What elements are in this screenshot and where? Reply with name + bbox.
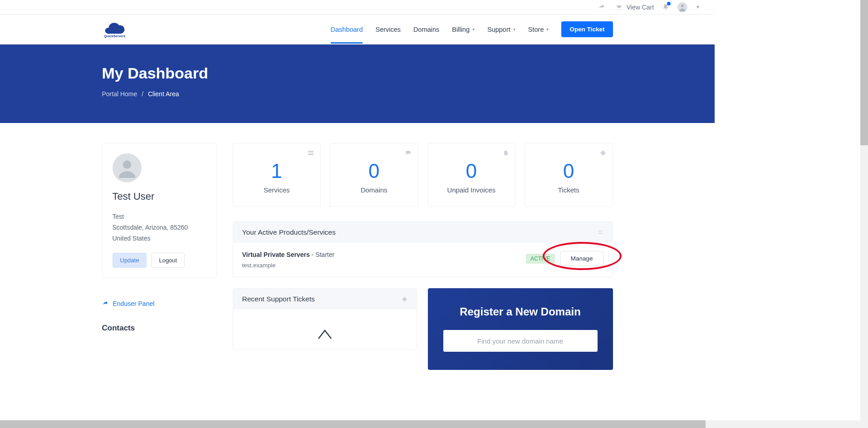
vertical-scrollbar-thumb[interactable] bbox=[860, 0, 868, 145]
svg-point-2 bbox=[681, 5, 684, 7]
svg-point-1 bbox=[620, 9, 621, 10]
stat-domains[interactable]: 0 Domains bbox=[330, 143, 418, 207]
svg-rect-5 bbox=[308, 153, 314, 155]
service-category: Virtual Private Servers bbox=[242, 251, 310, 258]
user-avatar bbox=[113, 153, 142, 182]
svg-point-0 bbox=[617, 9, 618, 10]
status-badge: ACTIVE bbox=[526, 254, 554, 264]
service-plan-sep: - bbox=[310, 251, 315, 258]
breadcrumb-home[interactable]: Portal Home bbox=[102, 90, 137, 98]
domain-search-input[interactable] bbox=[451, 337, 589, 345]
cart-icon bbox=[614, 4, 623, 11]
account-avatar-small[interactable] bbox=[677, 2, 687, 12]
breadcrumb-current: Client Area bbox=[148, 90, 179, 98]
notifications-button[interactable] bbox=[662, 3, 669, 11]
open-ticket-button[interactable]: Open Ticket bbox=[561, 21, 613, 37]
stat-invoices[interactable]: 0 Unpaid Invoices bbox=[427, 143, 516, 207]
vertical-scrollbar[interactable] bbox=[860, 0, 868, 370]
nav-services[interactable]: Services bbox=[375, 26, 401, 33]
enduser-panel-link[interactable]: Enduser Panel bbox=[102, 300, 216, 307]
contacts-heading: Contacts bbox=[102, 324, 216, 333]
chevron-down-icon: ▾ bbox=[546, 27, 549, 32]
register-domain-card: Register a New Domain bbox=[428, 288, 613, 370]
panel-menu-icon[interactable] bbox=[597, 230, 603, 235]
active-products-panel: Your Active Products/Services Virtual Pr… bbox=[233, 221, 613, 277]
chevron-down-icon: ▾ bbox=[513, 27, 515, 32]
logout-button[interactable]: Logout bbox=[151, 253, 185, 268]
empty-icon bbox=[316, 328, 334, 341]
svg-rect-4 bbox=[308, 151, 314, 153]
share-icon bbox=[102, 300, 108, 307]
notification-dot bbox=[667, 2, 671, 5]
breadcrumb-sep: / bbox=[142, 90, 143, 98]
user-company: Test bbox=[113, 212, 206, 222]
svg-rect-6 bbox=[598, 231, 603, 231]
recent-tickets-title: Recent Support Tickets bbox=[242, 295, 315, 303]
page-title: My Dashboard bbox=[102, 64, 613, 82]
register-domain-title: Register a New Domain bbox=[443, 305, 598, 318]
user-location: Scottsdale, Arizona, 85260 bbox=[113, 222, 206, 233]
svg-point-3 bbox=[123, 161, 131, 169]
file-icon bbox=[503, 150, 509, 156]
stat-tickets[interactable]: 0 Tickets bbox=[525, 143, 613, 207]
stat-services[interactable]: 1 Services bbox=[233, 143, 321, 207]
nav-support[interactable]: Support▾ bbox=[487, 26, 515, 33]
tag-icon[interactable] bbox=[402, 296, 407, 302]
logo-text: QuickServers bbox=[104, 34, 125, 38]
service-domain: test.example bbox=[242, 262, 335, 269]
chevron-down-icon: ▾ bbox=[472, 27, 475, 32]
stat-domains-count: 0 bbox=[368, 160, 379, 182]
user-name: Test User bbox=[113, 191, 206, 202]
tag-icon bbox=[600, 150, 606, 156]
recent-tickets-panel: Recent Support Tickets bbox=[233, 288, 417, 350]
stat-services-count: 1 bbox=[271, 160, 282, 182]
view-cart-link[interactable]: View Cart bbox=[614, 4, 654, 11]
active-products-title: Your Active Products/Services bbox=[242, 228, 336, 236]
svg-rect-7 bbox=[598, 233, 603, 234]
server-icon bbox=[308, 150, 314, 156]
nav-domains[interactable]: Domains bbox=[413, 26, 439, 33]
nav-dashboard[interactable]: Dashboard bbox=[331, 26, 363, 33]
stat-invoices-count: 0 bbox=[466, 160, 477, 182]
stat-invoices-label: Unpaid Invoices bbox=[447, 186, 495, 194]
tag-icon bbox=[405, 150, 412, 156]
stat-domains-label: Domains bbox=[361, 186, 387, 194]
view-cart-text: View Cart bbox=[627, 4, 654, 11]
account-dropdown-caret[interactable]: ▼ bbox=[696, 5, 700, 10]
stat-services-label: Services bbox=[264, 186, 290, 194]
share-icon[interactable] bbox=[598, 4, 606, 11]
service-plan: Starter bbox=[315, 251, 334, 258]
stat-tickets-count: 0 bbox=[563, 160, 574, 182]
user-card: Test User Test Scottsdale, Arizona, 8526… bbox=[102, 143, 216, 278]
service-row: Virtual Private Servers - Starter test.e… bbox=[242, 251, 603, 269]
update-button[interactable]: Update bbox=[113, 253, 147, 268]
nav-store[interactable]: Store▾ bbox=[528, 26, 549, 33]
logo[interactable]: QuickServers bbox=[102, 20, 138, 39]
nav-billing[interactable]: Billing▾ bbox=[452, 26, 475, 33]
manage-button[interactable]: Manage bbox=[560, 251, 603, 266]
breadcrumb: Portal Home / Client Area bbox=[102, 90, 613, 98]
user-country: United States bbox=[113, 233, 206, 244]
stat-tickets-label: Tickets bbox=[558, 186, 579, 194]
